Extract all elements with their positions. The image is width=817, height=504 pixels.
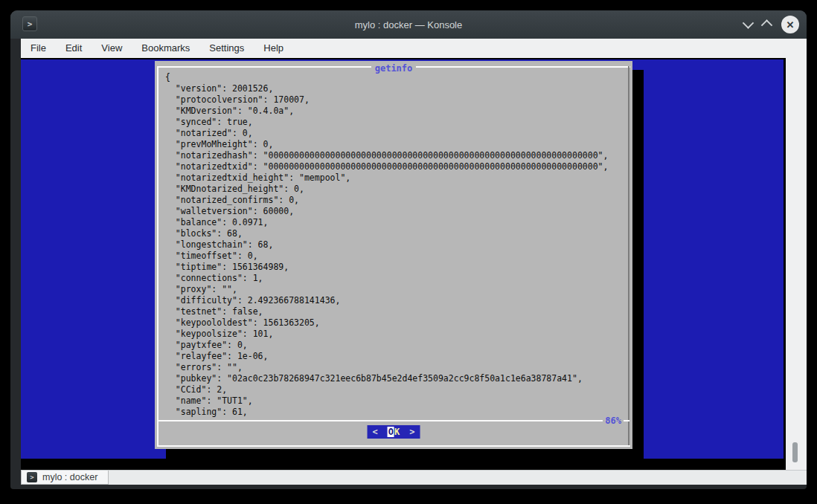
konsole-app-icon: > <box>22 16 37 31</box>
menu-settings[interactable]: Settings <box>199 39 254 58</box>
menu-help[interactable]: Help <box>254 39 293 58</box>
dialog-shadow-bottom <box>166 449 644 459</box>
dialog-shadow-right <box>632 70 644 459</box>
title-bar[interactable]: > mylo : docker — Konsole ✕ <box>10 10 807 39</box>
scroll-percent-indicator: 86% <box>603 416 624 426</box>
menu-view[interactable]: View <box>92 39 132 58</box>
dialog-border-left <box>157 66 158 446</box>
window-title: mylo : docker — Konsole <box>10 19 807 30</box>
close-button[interactable]: ✕ <box>781 16 799 33</box>
dialog-title: getinfo <box>155 60 632 74</box>
menu-bar: File Edit View Bookmarks Settings Help <box>21 39 807 58</box>
window-content: File Edit View Bookmarks Settings Help <box>21 39 807 485</box>
ok-button-label: K <box>394 427 400 437</box>
terminal-screen[interactable]: getinfo { "version": 2001526, "protocolv… <box>21 58 786 470</box>
tab-mylo-docker[interactable]: > mylo : docker <box>21 471 109 485</box>
minimize-button[interactable] <box>744 18 752 31</box>
menu-file[interactable]: File <box>21 39 56 58</box>
dialog-border-right <box>628 66 629 446</box>
dialog-border-bottom <box>157 445 630 447</box>
menu-edit[interactable]: Edit <box>56 39 92 58</box>
dialog-separator-line <box>157 420 629 421</box>
tab-label: mylo : docker <box>42 472 97 482</box>
terminal-scrollbar[interactable] <box>786 58 807 470</box>
getinfo-dialog: getinfo { "version": 2001526, "protocolv… <box>155 61 632 449</box>
tab-bar: > mylo : docker <box>21 470 807 485</box>
ok-button-cursor: O <box>388 427 394 437</box>
chevron-up-icon <box>761 19 773 31</box>
window-controls: ✕ <box>744 10 799 39</box>
terminal-tab-icon: > <box>27 472 37 482</box>
scrollbar-thumb[interactable] <box>792 442 798 462</box>
chevron-down-icon <box>743 17 754 29</box>
ok-button-left-bracket: < <box>373 427 378 437</box>
maximize-button[interactable] <box>763 18 771 31</box>
dialog-json-text: { "version": 2001526, "protocolversion":… <box>165 72 608 418</box>
ok-button[interactable]: <OK> <box>368 425 420 439</box>
konsole-window: > mylo : docker — Konsole ✕ File Edit Vi… <box>10 10 807 489</box>
menu-bookmarks[interactable]: Bookmarks <box>132 39 199 58</box>
ok-button-right-bracket: > <box>409 427 414 437</box>
